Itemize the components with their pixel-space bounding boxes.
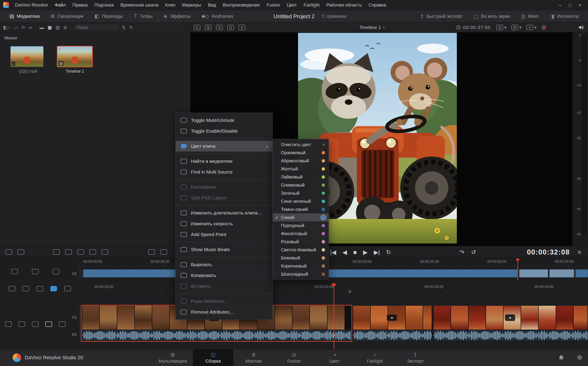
- menubar-item[interactable]: Вид: [204, 0, 219, 10]
- clip-color-option[interactable]: Светло-бежевый: [273, 246, 329, 254]
- trim-handle-icon[interactable]: ◂▸: [505, 314, 515, 321]
- context-menu-item[interactable]: [176, 138, 272, 139]
- page-tab[interactable]: ◑ Цвет: [314, 349, 355, 366]
- smart-insert-icon[interactable]: [53, 249, 60, 255]
- audio-clip-waveform[interactable]: [353, 330, 432, 340]
- context-menu-item[interactable]: Toggle Mute/Unmute: [176, 115, 272, 126]
- razor-icon[interactable]: [36, 286, 43, 291]
- clip-color-option[interactable]: Бежевый: [273, 254, 329, 262]
- page-tab[interactable]: ◫ Сборка: [193, 349, 233, 366]
- clip-color-option[interactable]: Оранжевый: [273, 149, 329, 157]
- context-menu-item[interactable]: Цвет клипа ›: [176, 141, 272, 152]
- transition-icon[interactable]: [160, 249, 167, 255]
- viewer-camera-menu[interactable]: ⊞▾: [511, 25, 522, 30]
- menubar-item[interactable]: Временная шкала: [117, 0, 162, 10]
- menubar-item[interactable]: Цвет: [283, 0, 300, 10]
- lock-track-icon[interactable]: [18, 321, 25, 327]
- thumbnail-view-icon[interactable]: ▦: [48, 25, 52, 30]
- custom-zoom-icon[interactable]: [52, 269, 59, 274]
- list-view-icon[interactable]: ≣: [63, 25, 67, 30]
- context-menu-item[interactable]: Find in Multi Source: [176, 167, 272, 177]
- viewer-multicam-icon[interactable]: ⊟: [227, 25, 234, 30]
- loop-button[interactable]: ↻: [386, 249, 391, 255]
- panel-button[interactable]: ◆◇ Keyframes: [196, 12, 239, 20]
- context-menu-item[interactable]: Split PSD Layers: [176, 192, 272, 203]
- detail-playhead-handle[interactable]: [332, 283, 336, 286]
- clip-color-option[interactable]: Желтый: [273, 165, 329, 173]
- context-menu-item[interactable]: Вставить: [176, 281, 272, 292]
- timeline-overview-ruler[interactable]: 00:00:00:0000:00:05:0000:00:10:0000:00:1…: [79, 258, 588, 267]
- viewer-crop-icon[interactable]: ⊞: [205, 25, 212, 30]
- context-menu-item[interactable]: Add Speed Point: [176, 229, 272, 240]
- context-menu-item[interactable]: Toggle Enable/Disable: [176, 126, 272, 137]
- context-menu-item[interactable]: [176, 205, 272, 206]
- viewer-tools-icon[interactable]: ≣: [216, 25, 223, 30]
- append-icon[interactable]: [65, 249, 72, 255]
- context-menu-item[interactable]: Paste Attributes...: [176, 296, 272, 307]
- monitor-volume-icon[interactable]: [578, 25, 584, 31]
- play-button[interactable]: ▶: [363, 249, 368, 255]
- header-action-button[interactable]: ▢ Во весь экран: [469, 12, 515, 21]
- clip-color-option[interactable]: Абрикосовый: [273, 157, 329, 165]
- place-on-top-icon[interactable]: [102, 249, 108, 255]
- refresh-icon[interactable]: ↻: [22, 25, 25, 30]
- timeline-selector[interactable]: Timeline 1 ▾: [359, 23, 385, 32]
- import-media-icon[interactable]: ↓▾: [13, 25, 18, 30]
- menubar-item[interactable]: Fairlight: [300, 0, 323, 10]
- step-back-button[interactable]: ◀: [343, 249, 347, 255]
- close-button[interactable]: ×: [575, 0, 585, 10]
- stop-button[interactable]: ■: [353, 249, 357, 255]
- viewer-resize-icon[interactable]: ⊡: [194, 25, 200, 30]
- overview-playhead[interactable]: [517, 259, 518, 281]
- context-menu-item[interactable]: Копировать: [176, 270, 272, 281]
- page-tab[interactable]: ◎ Fusion: [274, 349, 314, 366]
- context-menu-item[interactable]: [176, 179, 272, 180]
- go-to-start-button[interactable]: |◀: [330, 249, 336, 255]
- page-tab[interactable]: ≣ Монтаж: [233, 349, 274, 366]
- timeline-options-icon[interactable]: ≡: [578, 249, 581, 256]
- source-overwrite-icon[interactable]: [148, 249, 155, 255]
- play-around-icon[interactable]: ↷: [460, 249, 464, 255]
- clip-color-option[interactable]: Коричневый: [273, 262, 329, 270]
- clip-color-option[interactable]: Фиолетовый: [273, 229, 329, 238]
- menubar-item[interactable]: Клип: [162, 0, 179, 10]
- trim-mode-icon[interactable]: [22, 286, 29, 291]
- menubar-item[interactable]: Fusion: [263, 0, 283, 10]
- viewer-options-menu[interactable]: ∗▾: [526, 25, 537, 30]
- full-extent-icon[interactable]: [11, 269, 18, 274]
- detail-playhead[interactable]: [333, 283, 334, 349]
- context-menu-item[interactable]: Remove Attributes...: [176, 307, 272, 317]
- context-menu-item[interactable]: Изменить скорость: [176, 218, 272, 229]
- menubar-item[interactable]: Подгонка: [91, 0, 117, 10]
- context-menu-item[interactable]: Вырезать: [176, 259, 272, 270]
- track-height-icon[interactable]: [5, 321, 12, 327]
- snapping-icon[interactable]: [50, 286, 57, 291]
- subtitle-track-icon[interactable]: [59, 321, 66, 327]
- media-clip[interactable]: ▥ ✓ Timeline 1: [57, 46, 93, 74]
- viewer-zoom-menu[interactable]: ⊟▾: [496, 25, 507, 30]
- context-menu-item[interactable]: [176, 242, 272, 242]
- header-action-button[interactable]: ◨ Инспектор: [545, 12, 583, 21]
- panel-layout-icon[interactable]: ◧▾: [3, 25, 10, 30]
- menubar-item[interactable]: Маркеры: [179, 0, 205, 10]
- ripple-overwrite-icon[interactable]: [77, 249, 84, 255]
- strip-view-icon[interactable]: ▥: [55, 25, 60, 30]
- timeline-clip-segment[interactable]: [549, 269, 574, 277]
- menubar-item[interactable]: Правка: [69, 0, 91, 10]
- media-clip[interactable]: ♪ QQQ.mp4: [10, 46, 46, 74]
- timeline-clip-segment[interactable]: [519, 269, 548, 277]
- menubar-app-menu[interactable]: DaVinci Resolve: [12, 0, 51, 10]
- trim-handle-icon[interactable]: ◂▸: [387, 314, 397, 321]
- chevron-down-icon[interactable]: ∨: [348, 289, 352, 295]
- close-up-icon[interactable]: [89, 249, 96, 255]
- clip-color-option[interactable]: Пурпурный: [273, 221, 329, 229]
- menubar-item[interactable]: Воспроизведение: [220, 0, 263, 10]
- clip-color-option[interactable]: Зеленый: [273, 189, 329, 197]
- split-clip-icon[interactable]: [5, 249, 12, 255]
- timeline-clip-segment[interactable]: [575, 269, 588, 277]
- detail-zoom-icon[interactable]: [32, 269, 39, 274]
- delete-gap-icon[interactable]: [17, 249, 24, 255]
- clip-color-option[interactable]: Лаймовый: [273, 173, 329, 181]
- effects-tool-icon[interactable]: [8, 286, 15, 291]
- gear-icon[interactable]: [577, 355, 583, 361]
